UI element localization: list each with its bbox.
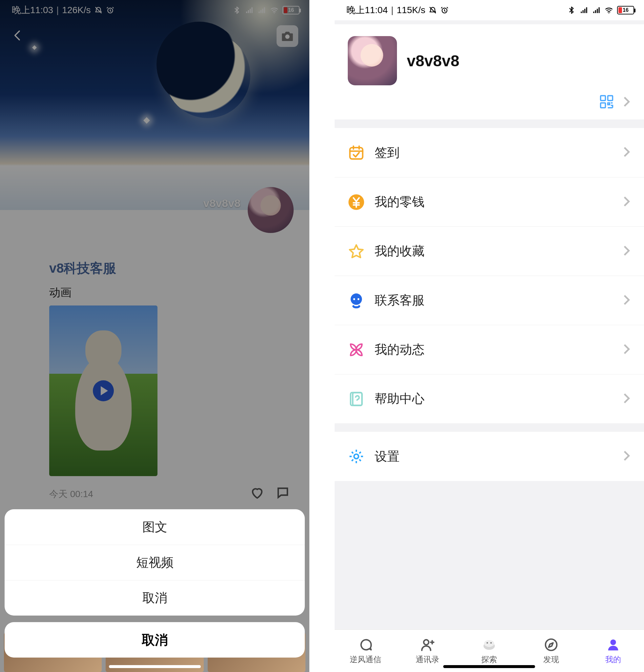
svg-point-15 [354,454,359,459]
chevron-right-icon [622,343,631,357]
tab-chat[interactable]: 逆风通信 [335,630,397,672]
chevron-right-icon [622,195,631,209]
status-signal1-icon [580,6,588,14]
status-net-speed: 115K/s [397,5,425,15]
action-sheet: 图文 短视频 取消 取消 [0,509,309,672]
svg-point-4 [609,12,609,13]
menu-item-checkin[interactable]: 签到 [335,128,644,177]
svg-point-20 [490,642,492,644]
menu-item-label: 我的零钱 [375,194,425,210]
menu-item-favorites[interactable]: 我的收藏 [335,226,644,276]
svg-rect-6 [608,96,613,101]
action-sheet-cancel[interactable]: 取消 [4,622,305,658]
menu-item-support[interactable]: 联系客服 [335,276,644,325]
status-bar: 晚上11:04 | 115K/s [335,0,644,20]
star-icon [348,243,365,260]
menu-item-label: 我的收藏 [375,243,425,260]
chevron-right-icon [622,293,631,308]
tab-me[interactable]: 我的 [582,630,644,672]
headset-support-icon [348,292,365,309]
svg-point-16 [424,639,428,645]
chevron-right-icon [622,392,631,406]
moments-screen: 晚上11:03 | 126K/s [0,0,309,672]
tab-label: 探索 [481,654,497,665]
help-book-icon [348,391,365,408]
tab-label: 通讯录 [416,654,439,665]
svg-point-12 [357,298,360,300]
chevron-right-icon [622,449,631,464]
menu-item-label: 设置 [375,448,400,465]
status-signal2-icon [592,6,601,14]
svg-point-18 [484,640,495,647]
tab-label: 发现 [543,654,559,665]
svg-point-10 [351,293,362,305]
svg-point-21 [546,639,557,650]
status-battery: 16 [617,6,634,14]
calendar-check-icon [348,144,365,161]
menu-group-main: 签到 我的零钱 我的收藏 [335,128,644,423]
menu-item-wallet[interactable]: 我的零钱 [335,177,644,226]
menu-item-moments[interactable]: 我的动态 [335,325,644,374]
tab-label: 逆风通信 [350,654,381,665]
action-sheet-option-short-video[interactable]: 短视频 [4,545,305,580]
chevron-right-icon [622,95,631,110]
svg-rect-8 [350,148,363,159]
chevron-right-icon [622,145,631,160]
home-indicator [109,665,201,668]
profile-avatar[interactable] [348,36,397,85]
status-time: 晚上11:04 [347,4,388,16]
profile-username: v8v8v8 [407,52,459,70]
qr-code-icon[interactable] [599,95,614,110]
action-sheet-option-dismiss[interactable]: 取消 [4,580,305,615]
svg-point-19 [487,642,488,644]
status-battery-pct: 16 [618,7,633,13]
menu-group-settings: 设置 [335,432,644,481]
yen-coin-icon [348,194,365,211]
menu-item-label: 签到 [375,144,400,161]
svg-point-22 [610,639,616,645]
tab-label: 我的 [605,654,621,665]
svg-rect-7 [601,103,606,108]
chevron-right-icon [622,244,631,259]
menu-item-label: 联系客服 [375,292,425,309]
menu-item-settings[interactable]: 设置 [335,432,644,481]
menu-item-label: 我的动态 [375,341,425,358]
home-indicator [443,665,535,668]
menu-item-help[interactable]: 帮助中心 [335,374,644,423]
pinwheel-icon [348,341,365,358]
status-bluetooth-icon [567,6,576,14]
svg-point-11 [353,298,355,300]
svg-rect-5 [601,96,606,101]
status-alarm-icon [440,6,449,14]
menu-item-label: 帮助中心 [375,391,425,407]
profile-card[interactable]: v8v8v8 [335,24,644,119]
action-sheet-option-image-text[interactable]: 图文 [4,509,305,545]
profile-screen: 晚上11:04 | 115K/s [335,0,644,672]
gear-icon [348,448,365,465]
status-wifi-icon [605,6,613,14]
status-mute-icon [428,6,437,14]
